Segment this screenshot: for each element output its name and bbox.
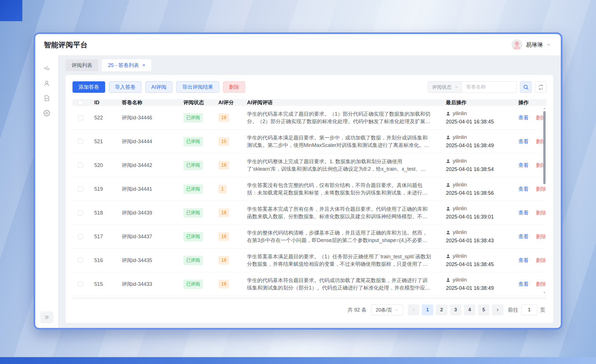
- goto-unit-label: 页: [540, 306, 545, 313]
- last-operation: yilinlin 2025-04-01 16:38:49: [440, 277, 513, 291]
- next-page-button[interactable]: [492, 304, 503, 315]
- row-id: 520: [89, 162, 116, 168]
- ai-comment: 学生答案基本完成了所有任务，并且大体符合题目要求。代码使用了正确的库和函数来载入…: [241, 205, 440, 220]
- page-button-4[interactable]: 4: [464, 304, 475, 315]
- tab-close-icon[interactable]: ×: [142, 62, 145, 68]
- sidebar-item-papers[interactable]: [35, 91, 58, 106]
- row-name: 评阅id-34444: [116, 138, 178, 145]
- select-all-checkbox[interactable]: [78, 100, 83, 105]
- ai-comment: 学生答案基本满足题目的要求。（1）任务部分正确使用了`train_test_sp…: [241, 253, 440, 268]
- score-badge: 1: [218, 185, 227, 193]
- export-results-button[interactable]: 导出评阅结果: [176, 81, 219, 93]
- page-size-select[interactable]: 20条/页: [371, 304, 403, 315]
- operation-time: 2025-04-01 16:38:49: [446, 143, 513, 149]
- view-link[interactable]: 查看: [518, 281, 529, 287]
- last-operation: yilinlin 2025-04-01 16:38:45: [440, 253, 513, 267]
- delete-button[interactable]: 删除: [223, 81, 245, 93]
- page-button-5[interactable]: 5: [478, 304, 489, 315]
- sidebar-collapse-button[interactable]: [40, 311, 53, 323]
- answer-name-input[interactable]: [462, 82, 517, 93]
- scroll-down-icon[interactable]: ▼: [543, 291, 546, 294]
- scroll-up-icon[interactable]: ▲: [543, 107, 546, 110]
- operator-name: yilinlin: [453, 277, 467, 283]
- row-checkbox[interactable]: [78, 258, 83, 263]
- row-actions: 查看 删除: [513, 233, 546, 240]
- operation-time: 2025-04-01 16:38:54: [446, 166, 513, 172]
- row-checkbox[interactable]: [78, 282, 83, 287]
- add-answer-button[interactable]: 添加答卷: [72, 81, 105, 93]
- table-body: 522 评阅id-34446 已评阅 18 学生的代码基本完成了题目的要求。（1…: [72, 106, 546, 296]
- table-row: 522 评阅id-34446 已评阅 18 学生的代码基本完成了题目的要求。（1…: [72, 106, 546, 130]
- operator-name: yilinlin: [453, 158, 467, 164]
- scrollbar-thumb[interactable]: [543, 111, 546, 184]
- user-icon: [43, 80, 50, 87]
- search-button[interactable]: [520, 81, 532, 93]
- vertical-scrollbar[interactable]: ▲ ▼: [542, 107, 546, 294]
- double-chevron-right-icon: [44, 314, 50, 320]
- magnifier-icon: [523, 84, 529, 90]
- settings-gear-icon: [43, 110, 50, 117]
- row-checkbox[interactable]: [78, 210, 83, 215]
- score-badge: 18: [218, 208, 229, 217]
- row-name: 评阅id-34441: [116, 186, 178, 192]
- wallpaper-bottom-band: [0, 357, 596, 364]
- last-operation: yilinlin 2025-04-01 16:38:54: [440, 158, 513, 172]
- score-badge: 18: [218, 256, 229, 265]
- refresh-button[interactable]: [535, 81, 546, 93]
- person-icon: [446, 159, 450, 164]
- chevron-left-icon: [411, 308, 415, 312]
- status-select-placeholder: 评阅状态: [432, 84, 452, 90]
- sidebar-item-review-list[interactable]: [35, 61, 58, 76]
- last-operation: yilinlin 2025-04-01 16:38:49: [440, 134, 513, 149]
- ai-comment: 学生的代码整体上完成了题目要求。1. 数据集的加载和划分正确使用了'sklear…: [241, 158, 440, 173]
- page-button-3[interactable]: 3: [450, 304, 461, 315]
- view-link[interactable]: 查看: [518, 210, 529, 216]
- total-count: 共 92 条: [348, 306, 366, 313]
- tab-review-list[interactable]: 评阅列表: [66, 59, 98, 71]
- tab-label: 评阅列表: [72, 62, 92, 69]
- row-actions: 查看 删除: [513, 186, 546, 192]
- score-badge: 18: [218, 280, 229, 288]
- row-name: 评阅id-34433: [116, 281, 178, 288]
- goto-page-input[interactable]: [521, 304, 537, 315]
- user-menu[interactable]: 易琳琳: [511, 39, 551, 50]
- view-link[interactable]: 查看: [518, 115, 529, 121]
- operator-name: yilinlin: [453, 229, 467, 235]
- last-operation: yilinlin 2025-04-01 16:39:01: [440, 206, 513, 220]
- row-checkbox[interactable]: [78, 139, 83, 144]
- page-button-1[interactable]: 1: [422, 304, 433, 315]
- sidebar-item-users[interactable]: [35, 76, 58, 91]
- table-row: 516 评阅id-34435 已评阅 18 学生答案基本满足题目的要求。（1）任…: [72, 249, 546, 272]
- prev-page-button[interactable]: [408, 304, 419, 315]
- import-answer-button[interactable]: 导入答卷: [109, 81, 142, 93]
- tab-label: 25 - 答卷列表: [108, 62, 139, 69]
- document-check-icon: [43, 95, 50, 102]
- ai-comment: 学生答案没有包含完整的代码，仅有部分结构，不符合题目要求。具体问题包括：未加载鸢…: [241, 182, 440, 196]
- sidebar-item-settings[interactable]: [35, 106, 58, 121]
- ai-review-button[interactable]: AI评阅: [145, 81, 172, 93]
- row-name: 评阅id-34437: [116, 233, 178, 240]
- row-checkbox[interactable]: [78, 163, 83, 168]
- view-link[interactable]: 查看: [518, 257, 529, 263]
- last-operation: yilinlin 2025-04-01 16:38:43: [440, 229, 513, 244]
- row-checkbox[interactable]: [78, 115, 83, 120]
- view-link[interactable]: 查看: [518, 234, 529, 239]
- table-row: 517 评阅id-34437 已评阅 18 学生的整体代码结构清晰，步骤基本正确…: [72, 225, 546, 249]
- view-link[interactable]: 查看: [518, 162, 529, 168]
- wallpaper-corner: [0, 0, 22, 21]
- filter-group: 评阅状态: [428, 81, 546, 93]
- review-status-select[interactable]: 评阅状态: [428, 82, 462, 93]
- page-button-2[interactable]: 2: [436, 304, 447, 315]
- row-checkbox[interactable]: [78, 234, 83, 239]
- row-id: 521: [89, 139, 116, 145]
- goto-page: 前往 页: [508, 304, 545, 315]
- table-row: 519 评阅id-34441 已评阅 1 学生答案没有包含完整的代码，仅有部分结…: [72, 177, 546, 201]
- tab-bar: 评阅列表 25 - 答卷列表 ×: [66, 59, 553, 71]
- view-link[interactable]: 查看: [518, 186, 529, 192]
- row-checkbox[interactable]: [78, 186, 83, 192]
- operation-time: 2025-04-01 16:38:45: [446, 261, 513, 267]
- tab-answer-sheet-list[interactable]: 25 - 答卷列表 ×: [102, 59, 151, 71]
- view-link[interactable]: 查看: [518, 139, 529, 144]
- page-size-value: 20条/页: [376, 307, 392, 313]
- column-header-status: 评阅状态: [178, 99, 213, 106]
